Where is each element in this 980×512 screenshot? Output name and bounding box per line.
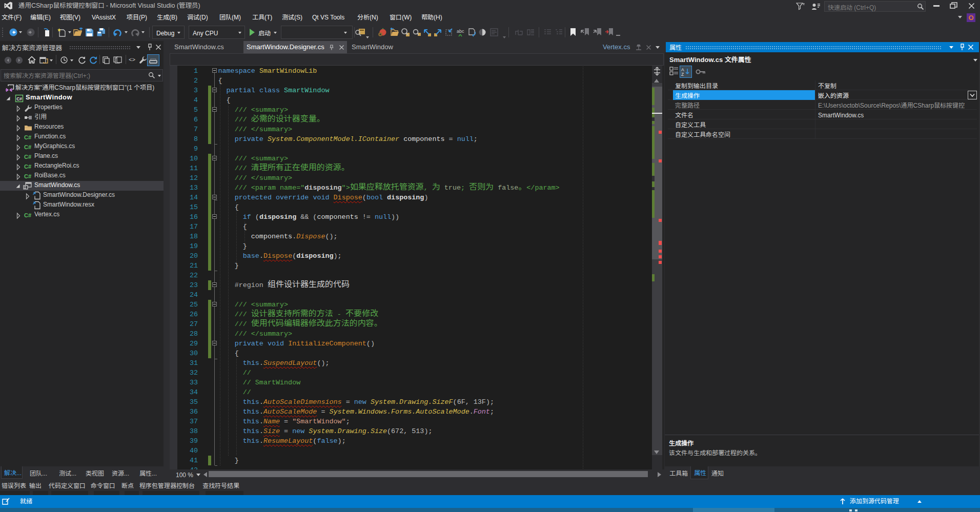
svg-text:Z: Z <box>681 72 684 76</box>
svg-text:abc: abc <box>457 29 464 34</box>
svg-text:C#: C# <box>16 96 22 101</box>
